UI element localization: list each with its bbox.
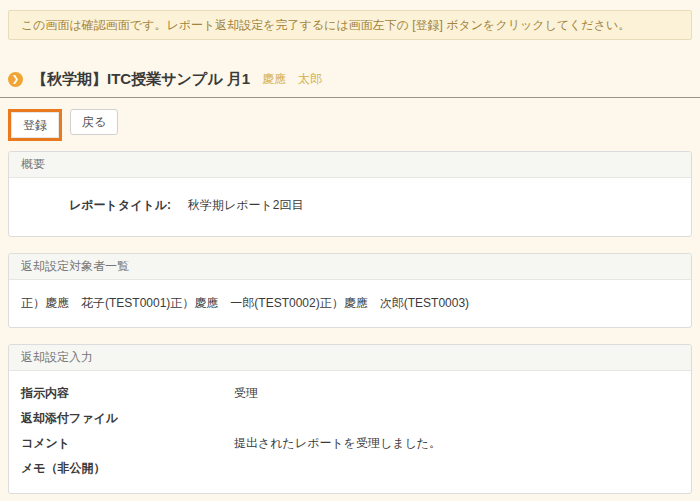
- overview-section-header: 概要: [9, 152, 691, 178]
- attachment-value: [234, 410, 679, 427]
- targets-section-body: 正）慶應 花子(TEST0001) 正）慶應 一郎(TEST0002) 正）慶應…: [9, 280, 691, 327]
- chevron-right-circle-icon: ❯: [8, 72, 23, 87]
- page-title: 【秋学期】ITC授業サンプル 月1: [32, 70, 250, 89]
- back-button-top[interactable]: 戻る: [70, 109, 118, 135]
- overview-section: 概要 レポートタイトル: 秋学期レポート2回目: [8, 151, 692, 237]
- memo-value: [234, 460, 679, 477]
- targets-section: 返却設定対象者一覧 正）慶應 花子(TEST0001) 正）慶應 一郎(TEST…: [8, 253, 692, 328]
- attachment-row: 返却添付ファイル: [21, 410, 679, 427]
- top-button-row: 登録 戻る: [8, 109, 692, 141]
- attachment-label: 返却添付ファイル: [21, 410, 234, 427]
- student-item: 正）慶應 次郎(TEST0003): [320, 295, 469, 312]
- student-item: 正）慶應 花子(TEST0001): [21, 295, 170, 312]
- comment-row: コメント 提出されたレポートを受理しました。: [21, 435, 679, 452]
- register-button-top[interactable]: 登録: [11, 112, 59, 138]
- confirmation-notice: この画面は確認画面です。レポート返却設定を完了するには画面左下の [登録] ボタ…: [8, 10, 692, 40]
- return-settings-section: 返却設定入力 指示内容 受理 返却添付ファイル コメント 提出されたレポートを受…: [8, 344, 692, 494]
- return-settings-section-header: 返却設定入力: [9, 345, 691, 371]
- memo-row: メモ（非公開）: [21, 460, 679, 477]
- instruction-label: 指示内容: [21, 385, 234, 402]
- report-title-label: レポートタイトル:: [21, 197, 171, 214]
- instructor-name: 慶應 太郎: [262, 71, 322, 88]
- return-settings-section-body: 指示内容 受理 返却添付ファイル コメント 提出されたレポートを受理しました。 …: [9, 371, 691, 493]
- comment-value: 提出されたレポートを受理しました。: [234, 435, 679, 452]
- overview-section-body: レポートタイトル: 秋学期レポート2回目: [9, 178, 691, 236]
- comment-label: コメント: [21, 435, 234, 452]
- page-header: ❯ 【秋学期】ITC授業サンプル 月1 慶應 太郎: [8, 70, 692, 89]
- instruction-row: 指示内容 受理: [21, 385, 679, 402]
- targets-section-header: 返却設定対象者一覧: [9, 254, 691, 280]
- instruction-value: 受理: [234, 385, 679, 402]
- header-divider: [0, 97, 700, 98]
- student-item: 正）慶應 一郎(TEST0002): [170, 295, 319, 312]
- report-title-value: 秋学期レポート2回目: [188, 197, 304, 214]
- memo-label: メモ（非公開）: [21, 460, 234, 477]
- confirmation-notice-text: この画面は確認画面です。レポート返却設定を完了するには画面左下の [登録] ボタ…: [21, 18, 630, 32]
- register-button-highlight-box: 登録: [8, 109, 62, 141]
- report-title-row: レポートタイトル: 秋学期レポート2回目: [21, 197, 679, 214]
